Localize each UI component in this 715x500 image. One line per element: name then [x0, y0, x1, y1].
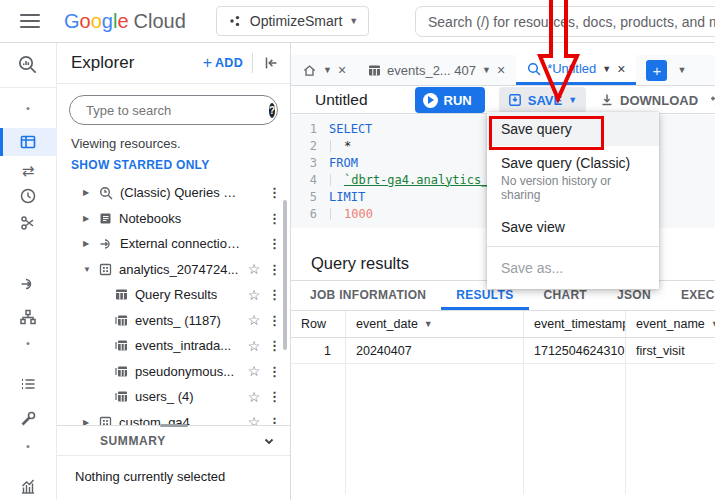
tree-item-classic-queries[interactable]: ▶ (Classic) Queries (26) ⋮ [57, 180, 290, 206]
tab-untitled-query[interactable]: *Untitled ▼ × [516, 55, 636, 85]
analytics-hub-icon[interactable] [19, 214, 37, 232]
sort-chevron-icon[interactable]: ▼ [711, 319, 715, 329]
column-header-event-name[interactable]: event_name▼ [626, 311, 715, 337]
star-icon[interactable]: ☆ [245, 363, 263, 379]
hamburger-menu-icon[interactable] [20, 10, 40, 32]
global-search-input[interactable] [416, 14, 715, 30]
tree-item-pseudonymous-table[interactable]: pseudonymous... ☆ ⋮ [57, 359, 290, 385]
run-button[interactable]: RUN [415, 87, 485, 113]
table-icon [115, 288, 128, 301]
admin-tools-icon[interactable] [19, 410, 37, 428]
save-icon [508, 93, 522, 107]
cell-event-timestamp: 1712504624310... [524, 338, 626, 363]
data-lineage-icon[interactable] [19, 308, 37, 326]
chevron-down-icon[interactable]: ▼ [602, 64, 611, 74]
explorer-search-input[interactable] [86, 103, 262, 118]
query-history-icon [99, 186, 113, 200]
sql-workspace-icon[interactable] [18, 132, 38, 152]
menu-item-subtitle: No version history or sharing [501, 174, 645, 202]
explorer-scrollbar[interactable] [283, 200, 287, 350]
tree-item-events-table[interactable]: events_ (1187) ☆ ⋮ [57, 308, 290, 334]
results-table-header: Row event_date▼ event_timestamp▼ event_n… [291, 311, 715, 338]
menu-item-save-view[interactable]: Save view [487, 210, 659, 244]
tab-home[interactable]: ▼ × [291, 55, 357, 85]
tree-item-notebooks[interactable]: ▶ Notebooks ⋮ [57, 206, 290, 232]
share-button[interactable]: SHARE [710, 93, 715, 108]
close-icon[interactable]: × [617, 61, 625, 77]
show-starred-only-link[interactable]: SHOW STARRED ONLY [71, 158, 290, 172]
more-menu-icon[interactable]: ⋮ [268, 211, 280, 226]
close-icon[interactable]: × [497, 62, 505, 78]
google-cloud-logo: Google Cloud [64, 10, 186, 33]
menu-item-save-query[interactable]: Save query [487, 112, 659, 146]
close-icon[interactable]: × [338, 62, 346, 78]
scheduled-queries-icon[interactable] [19, 187, 37, 205]
tree-item-analytics-dataset[interactable]: ▼ analytics_2074724... ☆ ⋮ [57, 257, 290, 283]
tree-item-external-connections[interactable]: ▶ External connections ⋮ [57, 231, 290, 257]
menu-divider [487, 246, 659, 247]
partitioned-table-icon [115, 390, 128, 403]
chevron-down-icon[interactable]: ▼ [568, 95, 577, 105]
more-menu-icon[interactable]: ⋮ [268, 364, 280, 379]
more-menu-icon[interactable]: ⋮ [268, 236, 280, 251]
more-menu-icon[interactable]: ⋮ [268, 185, 280, 200]
expand-arrow-icon[interactable]: ▶ [83, 239, 99, 248]
home-icon [302, 63, 317, 78]
star-icon[interactable]: ☆ [245, 287, 263, 303]
tree-item-events-intraday-table[interactable]: events_intrada... ☆ ⋮ [57, 333, 290, 359]
new-tab-button[interactable]: + [646, 60, 667, 81]
play-icon [423, 93, 438, 108]
external-connections-icon[interactable] [19, 275, 37, 293]
more-menu-icon[interactable]: ⋮ [268, 313, 280, 328]
expand-arrow-icon[interactable]: ▶ [83, 188, 99, 197]
column-header-event-timestamp[interactable]: event_timestamp▼ [524, 311, 626, 337]
collapse-arrow-icon[interactable]: ▼ [83, 265, 99, 274]
table-reference-link[interactable]: `dbrt-ga4.analytics_20 [329, 173, 503, 187]
star-icon[interactable]: ☆ [245, 389, 263, 405]
tree-item-users-table[interactable]: users_ (4) ☆ ⋮ [57, 384, 290, 410]
bigquery-logo-icon[interactable] [17, 54, 39, 76]
more-menu-icon[interactable]: ⋮ [268, 287, 280, 302]
chevron-down-icon[interactable]: ▼ [323, 65, 332, 75]
download-button[interactable]: DOWNLOAD [600, 93, 698, 108]
chevron-down-icon[interactable] [262, 434, 276, 448]
collapse-panel-icon[interactable] [262, 54, 280, 72]
tab-overflow-chevron-icon[interactable]: ▼ [677, 65, 686, 75]
table-row[interactable]: 1 20240407 1712504624310... first_visit [291, 338, 715, 364]
summary-empty-note: Nothing currently selected [57, 456, 290, 484]
panel-drag-handle[interactable] [160, 424, 188, 427]
person-add-icon [710, 93, 715, 107]
star-icon[interactable]: ☆ [245, 338, 263, 354]
tab-job-information[interactable]: JOB INFORMATION [295, 281, 441, 310]
tree-item-query-results[interactable]: Query Results ☆ ⋮ [57, 282, 290, 308]
column-header-event-date[interactable]: event_date▼ [346, 311, 524, 337]
download-icon [600, 93, 614, 107]
menu-item-save-query-classic[interactable]: Save query (Classic) No version history … [487, 146, 659, 210]
summary-header[interactable]: SUMMARY [57, 426, 290, 456]
more-menu-icon[interactable]: ⋮ [268, 389, 280, 404]
tab-events-table[interactable]: events_2... 407 ▼ × [357, 55, 516, 85]
sort-chevron-icon[interactable]: ▼ [424, 319, 433, 329]
chevron-down-icon: ▼ [349, 16, 358, 26]
more-menu-icon[interactable]: ⋮ [268, 262, 280, 277]
add-data-button[interactable]: + ADD [203, 54, 243, 72]
star-icon[interactable]: ☆ [245, 261, 263, 277]
query-icon [527, 62, 541, 76]
chevron-down-icon[interactable]: ▼ [482, 65, 491, 75]
more-menu-icon[interactable]: ⋮ [268, 338, 280, 353]
summary-section: SUMMARY Nothing currently selected [57, 425, 290, 484]
save-button[interactable]: SAVE ▼ [499, 87, 586, 113]
job-history-icon[interactable] [19, 375, 37, 393]
explorer-panel: Explorer + ADD ? Viewing resources. SHOW… [57, 43, 291, 500]
monitoring-icon[interactable] [19, 478, 37, 496]
help-icon[interactable]: ? [269, 103, 275, 118]
global-search[interactable] [415, 6, 715, 37]
data-transfers-icon[interactable]: ⇄ [22, 162, 35, 180]
explorer-search[interactable]: ? [69, 95, 278, 125]
project-selector[interactable]: OptimizeSmart ▼ [216, 6, 370, 36]
star-icon[interactable]: ☆ [245, 312, 263, 328]
expand-arrow-icon[interactable]: ▶ [83, 214, 99, 223]
save-dropdown-menu: Save query Save query (Classic) No versi… [487, 112, 659, 289]
partitioned-table-icon [115, 314, 128, 327]
tab-execution[interactable]: EXECUTION [666, 281, 715, 310]
